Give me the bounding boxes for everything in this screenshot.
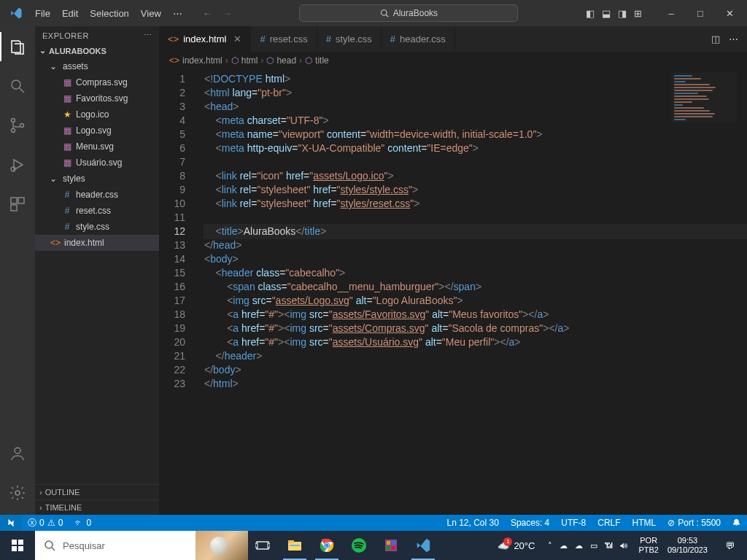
layout-grid-icon[interactable]: ⊞	[634, 8, 642, 19]
tree-file[interactable]: ★Logo.ico	[35, 106, 159, 122]
close-button[interactable]: ✕	[715, 0, 744, 26]
explorer-icon[interactable]	[0, 32, 35, 61]
tree-file[interactable]: ▦Usuário.svg	[35, 155, 159, 171]
volume-icon[interactable]: 🔊︎	[620, 541, 628, 550]
tab-index-html[interactable]: <> index.html✕	[159, 26, 251, 52]
svg-rect-8	[11, 198, 17, 203]
minimap[interactable]	[671, 72, 737, 123]
cursor-position[interactable]: Ln 12, Col 30	[441, 518, 505, 528]
file-explorer-icon[interactable]	[280, 531, 309, 560]
svg-rect-20	[255, 543, 258, 548]
tree-file[interactable]: ▦Favoritos.svg	[35, 90, 159, 106]
layout-bottom-icon[interactable]: ⬓	[602, 8, 611, 19]
problems-button[interactable]: ⓧ0 ⚠0	[22, 517, 69, 529]
account-icon[interactable]	[0, 439, 35, 468]
tree-file[interactable]: #style.css	[35, 219, 159, 235]
port-forward-button[interactable]: ᯤ0	[69, 518, 97, 528]
taskbar-apps	[248, 531, 438, 560]
maximize-button[interactable]: □	[686, 0, 715, 26]
onedrive-icon-2[interactable]: ☁	[575, 541, 583, 551]
nav-arrows: ← →	[203, 8, 232, 19]
tree-file[interactable]: ▦Logo.svg	[35, 122, 159, 139]
vscode-logo-icon	[7, 4, 25, 22]
command-center: AluraBooks	[232, 4, 586, 22]
encoding-button[interactable]: UTF-8	[555, 518, 592, 528]
extensions-icon[interactable]	[0, 190, 35, 219]
svg-rect-9	[18, 198, 24, 203]
breadcrumb[interactable]: <> index.html›⬡ html›⬡ head›⬡ title	[159, 52, 747, 69]
radio-icon: ᯤ	[74, 518, 83, 528]
tab-style-css[interactable]: # style.css	[317, 26, 382, 52]
sidebar: EXPLORER ⋯ ⌄ ALURABOOKS ⌄assets▦Compras.…	[35, 26, 159, 515]
svg-rect-34	[392, 546, 395, 550]
search-label: AluraBooks	[393, 8, 438, 18]
broadcast-icon: ⊘	[667, 518, 675, 528]
tree-file[interactable]: #header.css	[35, 187, 159, 203]
outline-section[interactable]: ›OUTLINE	[35, 484, 159, 499]
tray-overflow-icon[interactable]: ˄	[548, 541, 552, 551]
menu-file[interactable]: File	[29, 4, 56, 23]
language-indicator[interactable]: POR PTB2	[634, 536, 663, 555]
settings-icon[interactable]	[0, 478, 35, 508]
menu-overflow-icon[interactable]: ⋯	[167, 4, 188, 23]
tree-folder[interactable]: ⌄styles	[35, 171, 159, 187]
search-box[interactable]: AluraBooks	[299, 4, 518, 22]
taskbar-search[interactable]: Pesquisar	[35, 531, 196, 560]
tree-file[interactable]: ▦Compras.svg	[35, 74, 159, 90]
task-view-icon[interactable]	[248, 531, 277, 560]
editor-tabs: <> index.html✕# reset.css# style.css# he…	[159, 26, 747, 52]
close-tab-icon[interactable]: ✕	[233, 34, 241, 44]
tab-more-icon[interactable]: ⋯	[729, 34, 738, 44]
sidebar-more-icon[interactable]: ⋯	[144, 31, 152, 40]
status-bar: ⓧ0 ⚠0 ᯤ0 Ln 12, Col 30 Spaces: 4 UTF-8 C…	[0, 515, 747, 531]
remote-button[interactable]	[0, 515, 22, 531]
menu-view[interactable]: View	[135, 4, 167, 23]
code-editor[interactable]: 1234567891011121314151617181920212223 <!…	[159, 69, 747, 515]
project-root[interactable]: ⌄ ALURABOOKS	[35, 44, 159, 57]
windows-taskbar: Pesquisar ☁️1 20°C ˄ ☁ ☁ ▭ 📶︎ 🔊︎ POR PTB…	[0, 531, 747, 560]
notifications-button[interactable]: 🔔︎	[727, 518, 747, 528]
clock[interactable]: 09:53 09/10/2023	[663, 536, 712, 555]
live-server-button[interactable]: ⊘Port : 5500	[662, 518, 727, 528]
search-icon[interactable]	[0, 71, 35, 101]
indent-button[interactable]: Spaces: 4	[505, 518, 555, 528]
news-widget[interactable]	[196, 531, 248, 560]
layout-left-icon[interactable]: ◧	[586, 8, 595, 19]
nav-forward-icon[interactable]: →	[222, 8, 232, 19]
file-tree: ⌄assets▦Compras.svg▦Favoritos.svg★Logo.i…	[35, 57, 159, 484]
wifi-icon[interactable]: 📶︎	[605, 541, 613, 550]
tab-header-css[interactable]: # header.css	[382, 26, 455, 52]
split-editor-icon[interactable]: ◫	[711, 34, 720, 44]
menu-edit[interactable]: Edit	[56, 4, 84, 23]
timeline-section[interactable]: ›TIMELINE	[35, 499, 159, 515]
nav-back-icon[interactable]: ←	[203, 8, 212, 19]
tab-reset-css[interactable]: # reset.css	[251, 26, 317, 52]
chrome-icon[interactable]	[312, 531, 341, 560]
winrar-icon[interactable]	[376, 531, 406, 560]
code-content[interactable]: <!DOCTYPE html><html lang="pt-br"><head>…	[196, 69, 747, 515]
svg-rect-32	[392, 541, 395, 545]
eol-button[interactable]: CRLF	[592, 518, 626, 528]
layout-right-icon[interactable]: ◨	[618, 8, 627, 19]
start-button[interactable]	[0, 531, 35, 560]
editor-area: <> index.html✕# reset.css# style.css# he…	[159, 26, 747, 515]
onedrive-icon[interactable]: ☁	[560, 541, 568, 551]
spotify-icon[interactable]	[344, 531, 374, 560]
language-button[interactable]: HTML	[627, 518, 662, 528]
vscode-app-icon[interactable]	[409, 531, 438, 560]
chevron-right-icon: ›	[39, 488, 42, 497]
notifications-icon[interactable]: 💬︎	[712, 531, 747, 560]
tree-folder[interactable]: ⌄assets	[35, 58, 159, 74]
menu-selection[interactable]: Selection	[84, 4, 134, 23]
weather-widget[interactable]: ☁️1 20°C	[490, 540, 542, 551]
title-bar: File Edit Selection View ⋯ ← → AluraBook…	[0, 0, 747, 26]
tree-file[interactable]: ▦Menu.svg	[35, 139, 159, 155]
minimize-button[interactable]: –	[657, 0, 686, 26]
tree-file[interactable]: <>index.html	[35, 235, 159, 251]
battery-icon[interactable]: ▭	[590, 541, 597, 551]
source-control-icon[interactable]	[0, 111, 35, 140]
svg-point-4	[12, 119, 15, 122]
sidebar-header: EXPLORER ⋯	[35, 26, 159, 44]
debug-icon[interactable]	[0, 150, 35, 179]
tree-file[interactable]: #reset.css	[35, 203, 159, 219]
